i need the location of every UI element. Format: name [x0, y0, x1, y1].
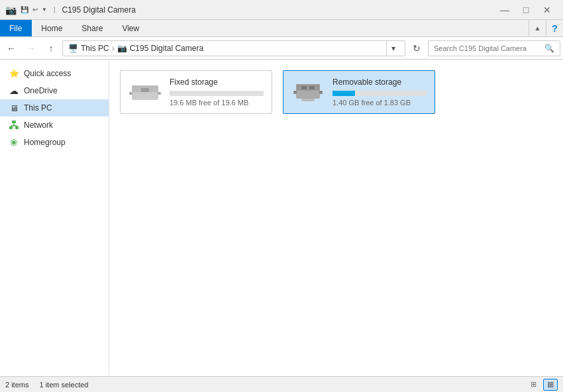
up-button[interactable]: ↑ [42, 40, 60, 57]
status-bar: 2 items 1 item selected ⊞ ▦ [0, 376, 563, 392]
path-pc-icon: 🖥️ [68, 44, 78, 53]
main-area: ⭐ Quick access ☁ OneDrive 🖥 This PC [0, 60, 563, 376]
removable-storage-bar-fill [333, 91, 355, 96]
svg-rect-18 [301, 99, 315, 101]
removable-storage-bar-bg [333, 91, 427, 96]
homegroup-icon: ❀ [8, 136, 20, 148]
title-bar-title: C195 Digital Camera [62, 5, 136, 15]
svg-rect-1 [9, 126, 13, 129]
fixed-storage-icon [128, 80, 162, 104]
fixed-storage-name: Fixed storage [170, 77, 264, 87]
svg-rect-17 [319, 91, 323, 94]
status-info: 2 items 1 item selected [5, 381, 88, 389]
sidebar-item-quick-access[interactable]: ⭐ Quick access [0, 65, 109, 82]
help-button[interactable]: ? [546, 20, 563, 37]
svg-rect-9 [141, 88, 149, 92]
qat-undo[interactable]: ↩ [32, 6, 38, 13]
path-sep-1: › [112, 44, 115, 53]
svg-rect-2 [15, 126, 19, 129]
selection-info: 1 item selected [39, 381, 88, 389]
fixed-storage-free: 19.6 MB free of 19.6 MB [170, 99, 264, 107]
fixed-storage-item[interactable]: Fixed storage 19.6 MB free of 19.6 MB [120, 70, 272, 114]
qat-dropdown[interactable]: ▼ [42, 7, 47, 13]
content-area: Fixed storage 19.6 MB free of 19.6 MB [109, 60, 563, 376]
removable-storage-item[interactable]: Removable storage 1.40 GB free of 1.83 G… [283, 70, 435, 114]
search-icon[interactable]: 🔍 [544, 44, 554, 53]
minimize-button[interactable]: — [494, 0, 515, 20]
tab-view[interactable]: View [113, 20, 149, 36]
removable-storage-free: 1.40 GB free of 1.83 GB [333, 99, 427, 107]
fixed-storage-bar-bg [170, 91, 264, 96]
sidebar: ⭐ Quick access ☁ OneDrive 🖥 This PC [0, 60, 109, 376]
svg-rect-13 [296, 84, 320, 91]
svg-rect-14 [301, 86, 307, 89]
ribbon-expand-icon[interactable]: ▲ [529, 20, 546, 36]
removable-storage-name: Removable storage [333, 77, 427, 87]
address-bar: ← → ↑ 🖥️ This PC › 📷 C195 Digital Camera… [0, 37, 563, 60]
svg-rect-15 [309, 86, 315, 89]
path-camera-icon: 📷 [117, 44, 127, 53]
refresh-button[interactable]: ↻ [408, 40, 425, 57]
qat-save[interactable]: 💾 [21, 6, 28, 13]
tab-file[interactable]: File [0, 20, 32, 36]
title-bar-icon: 📷 [5, 5, 17, 15]
star-icon: ⭐ [8, 68, 20, 79]
search-input[interactable] [434, 44, 544, 52]
path-this-pc[interactable]: This PC [81, 44, 109, 53]
close-button[interactable]: ✕ [537, 0, 558, 20]
tab-share[interactable]: Share [72, 20, 113, 36]
fixed-storage-info: Fixed storage 19.6 MB free of 19.6 MB [170, 77, 264, 107]
svg-rect-10 [129, 92, 132, 95]
removable-storage-icon [291, 80, 325, 104]
title-bar: 📷 💾 ↩ ▼ | C195 Digital Camera — □ ✕ [0, 0, 563, 20]
forward-button[interactable]: → [23, 40, 40, 57]
maximize-button[interactable]: □ [515, 0, 537, 20]
address-path[interactable]: 🖥️ This PC › 📷 C195 Digital Camera ▾ [62, 40, 405, 56]
back-button[interactable]: ← [3, 40, 20, 57]
network-icon [8, 119, 20, 131]
removable-storage-info: Removable storage 1.40 GB free of 1.83 G… [333, 77, 427, 107]
path-camera[interactable]: C195 Digital Camera [130, 44, 203, 53]
view-toggle: ⊞ ▦ [526, 379, 558, 391]
item-count: 2 items [5, 381, 28, 389]
ribbon-tabs: File Home Share View ▲ ? [0, 20, 563, 37]
large-icons-button[interactable]: ▦ [543, 379, 558, 391]
window-controls: — □ ✕ [494, 0, 558, 20]
sidebar-item-this-pc[interactable]: 🖥 This PC [0, 99, 109, 117]
sidebar-item-onedrive[interactable]: ☁ OneDrive [0, 82, 109, 99]
sidebar-item-homegroup[interactable]: ❀ Homegroup [0, 134, 109, 151]
monitor-icon: 🖥 [8, 102, 20, 114]
details-view-button[interactable]: ⊞ [526, 379, 540, 391]
cloud-icon: ☁ [8, 85, 20, 97]
tab-home[interactable]: Home [32, 20, 72, 36]
svg-rect-16 [293, 91, 297, 94]
sidebar-item-network[interactable]: Network [0, 117, 109, 134]
svg-rect-11 [158, 92, 161, 95]
address-dropdown[interactable]: ▾ [386, 41, 399, 56]
svg-rect-0 [12, 121, 16, 123]
search-box[interactable]: 🔍 [428, 40, 560, 56]
